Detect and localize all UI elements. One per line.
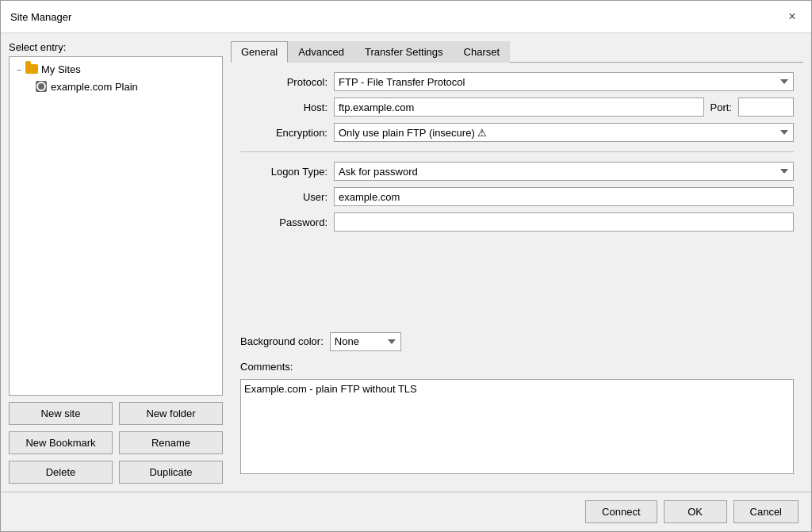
ok-button[interactable]: OK bbox=[664, 500, 727, 523]
new-folder-button[interactable]: New folder bbox=[119, 402, 223, 425]
protocol-select[interactable]: FTP - File Transfer Protocol SFTP - SSH … bbox=[334, 72, 794, 91]
bg-color-row: Background color: None Red Green Blue Ye… bbox=[240, 332, 794, 351]
tree-item-root[interactable]: – My Sites bbox=[13, 60, 219, 78]
left-panel: Select entry: – My Sites example.com Pla… bbox=[9, 41, 223, 484]
tab-charset[interactable]: Charset bbox=[454, 41, 511, 63]
cancel-button[interactable]: Cancel bbox=[733, 500, 799, 523]
tab-content-general: Protocol: FTP - File Transfer Protocol S… bbox=[231, 63, 803, 484]
child-label: example.com Plain bbox=[51, 81, 138, 93]
protocol-label: Protocol: bbox=[240, 76, 327, 88]
new-bookmark-button[interactable]: New Bookmark bbox=[9, 431, 113, 454]
port-input[interactable] bbox=[738, 98, 794, 117]
duplicate-button[interactable]: Duplicate bbox=[119, 461, 223, 484]
logon-select[interactable]: Anonymous Ask for password Normal Accoun… bbox=[334, 162, 794, 181]
site-manager-dialog: Site Manager × Select entry: – My Sites bbox=[0, 0, 812, 532]
delete-button[interactable]: Delete bbox=[9, 461, 113, 484]
comments-textarea[interactable]: Example.com - plain FTP without TLS bbox=[240, 379, 794, 475]
encryption-label: Encryption: bbox=[240, 127, 327, 139]
root-label: My Sites bbox=[41, 63, 81, 75]
port-label: Port: bbox=[710, 101, 732, 113]
user-label: User: bbox=[240, 191, 327, 203]
logon-row: Logon Type: Anonymous Ask for password N… bbox=[240, 162, 794, 181]
tree-item-child[interactable]: example.com Plain bbox=[13, 78, 219, 95]
tab-general[interactable]: General bbox=[231, 41, 288, 63]
right-panel: General Advanced Transfer Settings Chars… bbox=[231, 41, 803, 484]
folder-icon bbox=[25, 63, 38, 75]
protocol-row: Protocol: FTP - File Transfer Protocol S… bbox=[240, 72, 794, 91]
logon-label: Logon Type: bbox=[240, 166, 327, 178]
dialog-title: Site Manager bbox=[10, 11, 71, 23]
host-input[interactable] bbox=[334, 98, 704, 117]
bottom-bar: Connect OK Cancel bbox=[1, 492, 811, 531]
password-row: Password: bbox=[240, 212, 794, 232]
tabs: General Advanced Transfer Settings Chars… bbox=[231, 41, 803, 63]
title-bar: Site Manager × bbox=[1, 1, 811, 33]
password-input[interactable] bbox=[334, 212, 794, 232]
connect-button[interactable]: Connect bbox=[585, 500, 657, 523]
encryption-select[interactable]: Only use plain FTP (insecure) ⚠ Use expl… bbox=[334, 123, 794, 142]
tree-area: – My Sites example.com Plain bbox=[9, 56, 223, 396]
host-label: Host: bbox=[240, 101, 327, 113]
user-input[interactable] bbox=[334, 187, 794, 206]
comments-label: Comments: bbox=[240, 361, 794, 373]
select-entry-label: Select entry: bbox=[9, 41, 223, 53]
expand-icon: – bbox=[14, 65, 24, 74]
close-button[interactable]: × bbox=[783, 7, 802, 26]
encryption-row: Encryption: Only use plain FTP (insecure… bbox=[240, 123, 794, 142]
new-site-button[interactable]: New site bbox=[9, 402, 113, 425]
rename-button[interactable]: Rename bbox=[119, 431, 223, 454]
site-icon bbox=[35, 80, 48, 93]
dialog-body: Select entry: – My Sites example.com Pla… bbox=[1, 33, 811, 492]
action-buttons: New site New folder New Bookmark Rename … bbox=[9, 402, 223, 484]
password-label: Password: bbox=[240, 216, 327, 228]
host-row: Host: Port: bbox=[240, 98, 794, 117]
bg-color-label: Background color: bbox=[240, 335, 324, 347]
bg-color-select[interactable]: None Red Green Blue Yellow bbox=[330, 332, 401, 351]
separator-1 bbox=[240, 151, 794, 152]
user-row: User: bbox=[240, 187, 794, 206]
tab-transfer-settings[interactable]: Transfer Settings bbox=[354, 41, 454, 63]
tab-advanced[interactable]: Advanced bbox=[288, 41, 354, 63]
